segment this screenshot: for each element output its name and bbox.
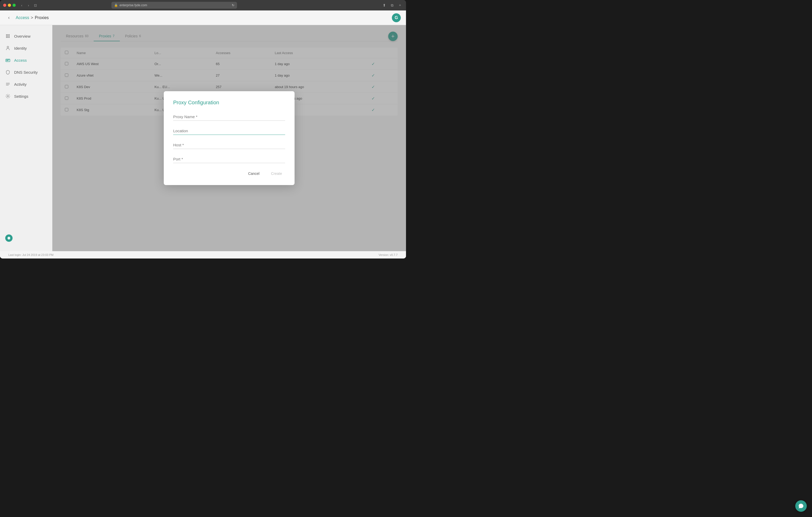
svg-point-1 (7, 34, 8, 35)
share-button[interactable]: ⬆ (381, 2, 387, 8)
svg-point-4 (7, 35, 8, 37)
traffic-lights (3, 4, 16, 7)
sidebar-item-access[interactable]: Access (0, 54, 52, 66)
location-field (173, 127, 285, 135)
browser-chrome: ‹ › ⊡ 🔒 enterprise.fyde.com ↻ ⬆ ⧉ ＋ (0, 0, 406, 10)
sidebar-item-settings[interactable]: Settings (0, 90, 52, 102)
reader-view-button[interactable]: ⊡ (32, 2, 38, 8)
fullscreen-button[interactable]: ⧉ (389, 2, 395, 8)
sidebar-item-label-overview: Overview (14, 34, 31, 38)
url-text: enterprise.fyde.com (120, 3, 147, 7)
modal-actions: Cancel Create (173, 170, 285, 178)
new-tab-button[interactable]: ＋ (397, 2, 403, 8)
breadcrumb-access-link[interactable]: Access (16, 16, 29, 20)
svg-rect-11 (6, 60, 9, 60)
activity-icon (5, 82, 10, 87)
svg-point-9 (7, 46, 9, 48)
lock-icon: 🔒 (114, 3, 118, 7)
footer-bar: Last login: Jul 24 2019 at 23:03 PM Vers… (0, 251, 406, 258)
browser-body: ‹ Access > Proxies G (0, 10, 406, 258)
minimize-button[interactable] (8, 4, 11, 7)
proxy-name-field (173, 113, 285, 121)
address-bar[interactable]: 🔒 enterprise.fyde.com ↻ (111, 2, 237, 9)
breadcrumb-current: Proxies (35, 16, 49, 20)
sidebar-item-activity[interactable]: Activity (0, 79, 52, 90)
breadcrumb: Access > Proxies (16, 16, 49, 20)
sidebar-nav: Overview Identity (0, 30, 52, 102)
svg-point-6 (6, 37, 7, 38)
back-page-button[interactable]: ‹ (5, 14, 12, 22)
top-bar: ‹ Access > Proxies G (0, 10, 406, 25)
sidebar-footer (0, 230, 52, 246)
browser-window: ‹ › ⊡ 🔒 enterprise.fyde.com ↻ ⬆ ⧉ ＋ ‹ Ac… (0, 0, 406, 258)
sidebar-item-label-identity: Identity (14, 46, 27, 51)
fyde-logo (5, 235, 12, 242)
settings-icon (5, 94, 10, 99)
svg-point-5 (9, 35, 10, 37)
host-input[interactable] (173, 141, 285, 149)
svg-point-7 (7, 37, 8, 38)
access-icon (5, 58, 10, 63)
svg-point-0 (6, 34, 7, 35)
sidebar-item-label-dns: DNS Security (14, 70, 38, 74)
host-field (173, 141, 285, 149)
svg-point-3 (6, 35, 7, 37)
breadcrumb-separator: > (31, 16, 33, 20)
svg-rect-12 (6, 60, 8, 61)
browser-actions: ⬆ ⧉ ＋ (381, 2, 403, 8)
identity-icon (5, 45, 10, 51)
proxy-name-input[interactable] (173, 113, 285, 121)
dns-security-icon (5, 69, 10, 75)
modal-overlay[interactable]: Proxy Configuration (52, 25, 406, 251)
cancel-button[interactable]: Cancel (245, 170, 263, 178)
sidebar-item-label-settings: Settings (14, 94, 28, 98)
maximize-button[interactable] (12, 4, 16, 7)
svg-point-8 (9, 37, 10, 38)
sidebar-item-dns-security[interactable]: DNS Security (0, 66, 52, 78)
overview-icon (5, 33, 10, 39)
sidebar: Overview Identity (0, 25, 52, 251)
sidebar-item-label-access: Access (14, 58, 27, 62)
proxy-config-modal: Proxy Configuration (164, 91, 295, 185)
reload-icon[interactable]: ↻ (232, 3, 234, 7)
sidebar-item-overview[interactable]: Overview (0, 30, 52, 42)
page-content: Resources 83 Proxies 7 Policies 6 + (52, 25, 406, 251)
close-button[interactable] (3, 4, 6, 7)
port-input[interactable] (173, 155, 285, 163)
svg-point-16 (7, 96, 9, 97)
sidebar-item-identity[interactable]: Identity (0, 42, 52, 54)
sidebar-item-label-activity: Activity (14, 82, 27, 87)
create-button[interactable]: Create (268, 170, 285, 178)
back-nav-button[interactable]: ‹ (19, 2, 25, 8)
forward-nav-button[interactable]: › (26, 2, 31, 8)
user-avatar[interactable]: G (392, 13, 401, 22)
svg-point-2 (9, 34, 10, 35)
main-content: Overview Identity (0, 25, 406, 251)
nav-buttons: ‹ › ⊡ (19, 2, 38, 8)
last-login-text: Last login: Jul 24 2019 at 23:03 PM (8, 253, 53, 256)
location-input[interactable] (173, 127, 285, 135)
top-bar-right: G (392, 13, 401, 22)
port-field (173, 155, 285, 163)
version-text: Version: v0.7.7 (379, 253, 398, 256)
modal-title: Proxy Configuration (173, 99, 285, 105)
